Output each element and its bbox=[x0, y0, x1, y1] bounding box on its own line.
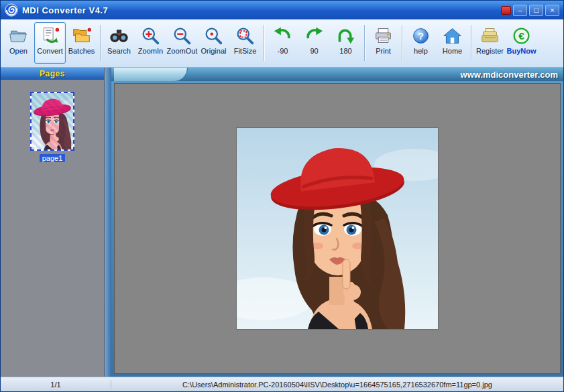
toolbar-label: FitSize bbox=[234, 47, 257, 55]
statusbar: 1/1 C:\Users\Administrator.PC-20160504\I… bbox=[1, 377, 563, 391]
toolbar-label: Original bbox=[201, 47, 227, 55]
euro-coin-icon: € bbox=[512, 26, 531, 46]
toolbar-label: Print bbox=[376, 47, 391, 55]
search-button[interactable]: Search bbox=[103, 22, 135, 64]
toolbar-label: BuyNow bbox=[507, 47, 537, 55]
toolbar-label: Batches bbox=[68, 47, 95, 55]
zoom-in-icon bbox=[141, 26, 160, 46]
fit-size-button[interactable]: FitSize bbox=[229, 22, 261, 64]
toolbar-label: Home bbox=[443, 47, 462, 55]
document-tab[interactable] bbox=[114, 68, 188, 81]
maximize-button[interactable]: □ bbox=[529, 5, 543, 16]
page-counter: 1/1 bbox=[1, 381, 111, 389]
zoom-in-button[interactable]: ZoomIn bbox=[135, 22, 166, 64]
batches-button[interactable]: Batches bbox=[66, 22, 97, 64]
document-tabstrip: www.mdiconverter.com bbox=[111, 68, 563, 81]
zoom-out-button[interactable]: ZoomOut bbox=[166, 22, 198, 64]
toolbar-label: 90 bbox=[310, 47, 318, 55]
print-icon bbox=[374, 26, 393, 46]
viewed-image bbox=[237, 128, 438, 329]
original-size-icon bbox=[204, 26, 223, 46]
toolbar-label: 180 bbox=[339, 47, 351, 55]
file-path: C:\Users\Administrator.PC-20160504\IISV\… bbox=[111, 381, 563, 389]
help-icon: ? bbox=[411, 26, 431, 46]
batches-icon bbox=[72, 26, 91, 46]
rotate-right-icon bbox=[304, 26, 324, 46]
toolbar-label: -90 bbox=[278, 47, 288, 55]
toolbar-separator bbox=[471, 25, 471, 61]
app-logo-icon bbox=[5, 3, 18, 17]
toolbar-separator bbox=[364, 25, 365, 61]
open-button[interactable]: Open bbox=[3, 22, 34, 64]
buy-now-button[interactable]: € BuyNow bbox=[506, 22, 537, 64]
toolbar-label: Open bbox=[9, 47, 27, 55]
page-thumbnail-wrap: page1 bbox=[28, 92, 76, 164]
help-button[interactable]: ? help bbox=[405, 22, 437, 64]
toolbar-label: Search bbox=[107, 47, 131, 55]
titlebar: MDI Converter V4.7 – □ × bbox=[1, 1, 563, 19]
home-button[interactable]: Home bbox=[437, 22, 468, 64]
website-label: www.mdiconverter.com bbox=[461, 70, 563, 80]
app-window: MDI Converter V4.7 – □ × Open Conv bbox=[0, 0, 564, 392]
open-folder-icon bbox=[9, 26, 28, 46]
register-icon bbox=[480, 26, 500, 46]
toolbar-label: ZoomOut bbox=[167, 47, 198, 55]
girl-in-red-hat-image bbox=[237, 128, 438, 329]
image-viewport bbox=[114, 83, 561, 374]
toolbar-label: Convert bbox=[37, 47, 63, 55]
thumbnail-image bbox=[32, 93, 73, 149]
zoom-out-icon bbox=[172, 26, 192, 46]
window-controls: – □ × bbox=[501, 5, 559, 16]
svg-text:€: € bbox=[518, 29, 524, 41]
toolbar-separator bbox=[402, 25, 402, 61]
rotate-right-button[interactable]: 90 bbox=[298, 22, 330, 64]
close-button[interactable]: × bbox=[545, 5, 559, 16]
rotate-180-button[interactable]: 180 bbox=[330, 22, 361, 64]
fit-size-icon bbox=[235, 26, 255, 46]
rotate-left-icon bbox=[273, 26, 292, 46]
toolbar-separator bbox=[264, 25, 264, 61]
svg-text:?: ? bbox=[418, 30, 424, 41]
register-button[interactable]: Register bbox=[474, 22, 506, 64]
page-label[interactable]: page1 bbox=[40, 154, 66, 162]
body-row: Pages page1 www.mdiconverter.com bbox=[1, 68, 563, 377]
minimize-button[interactable]: – bbox=[513, 5, 527, 16]
toolbar-label: Register bbox=[476, 47, 504, 55]
window-title: MDI Converter V4.7 bbox=[22, 5, 108, 15]
toolbar-separator bbox=[100, 25, 101, 61]
rotate-left-button[interactable]: -90 bbox=[267, 22, 298, 64]
binoculars-icon bbox=[109, 26, 129, 46]
print-button[interactable]: Print bbox=[368, 22, 399, 64]
rotate-180-icon bbox=[336, 26, 355, 46]
convert-button[interactable]: Convert bbox=[34, 22, 66, 64]
sidebar-splitter[interactable] bbox=[105, 68, 111, 377]
pages-sidebar: Pages page1 bbox=[1, 68, 105, 377]
toolbar-label: ZoomIn bbox=[138, 47, 163, 55]
main-panel: www.mdiconverter.com bbox=[111, 68, 563, 377]
convert-icon bbox=[40, 26, 60, 46]
toolbar: Open Convert Batches bbox=[1, 19, 563, 68]
original-size-button[interactable]: Original bbox=[198, 22, 229, 64]
toolbar-label: help bbox=[414, 47, 428, 55]
page-thumbnail[interactable] bbox=[30, 92, 74, 151]
pages-header: Pages bbox=[1, 68, 104, 80]
titlebar-red-button[interactable] bbox=[501, 6, 511, 15]
home-icon bbox=[443, 26, 462, 46]
